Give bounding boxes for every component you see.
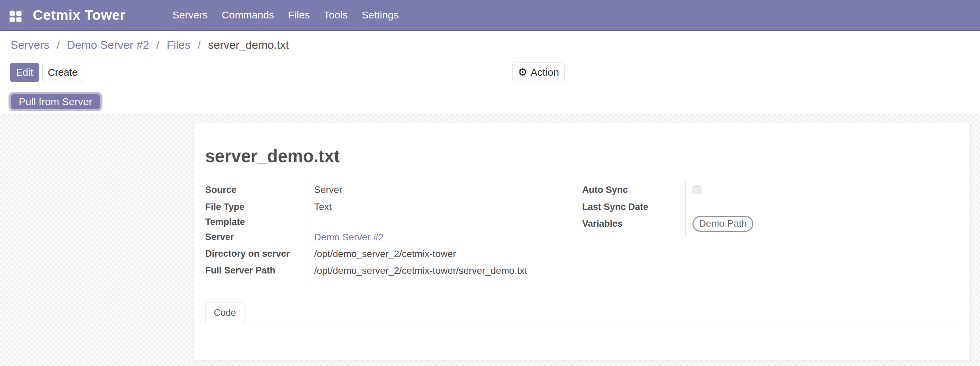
auto-sync-checkbox[interactable] bbox=[692, 185, 702, 194]
gear-icon: ⚙︎ bbox=[518, 67, 528, 78]
tab-code-label: Code bbox=[214, 308, 236, 318]
breadcrumb-link-demo-server[interactable]: Demo Server #2 bbox=[67, 38, 149, 51]
variable-tag-demo-path: Demo Path bbox=[692, 216, 753, 232]
menu-item-files[interactable]: Files bbox=[288, 9, 310, 21]
apps-grid-square bbox=[10, 11, 15, 16]
app-window: Cetmix Tower Servers Commands Files Tool… bbox=[0, 0, 980, 366]
create-button[interactable]: Create bbox=[42, 63, 83, 82]
app-brand[interactable]: Cetmix Tower bbox=[33, 0, 126, 30]
field-labels-column: Auto Sync Last Sync Date Variables bbox=[582, 181, 685, 237]
menu-item-settings[interactable]: Settings bbox=[362, 9, 398, 21]
field-label-variables: Variables bbox=[582, 218, 623, 229]
breadcrumb-current: server_demo.txt bbox=[208, 38, 289, 51]
field-value-directory-on-server: /opt/demo_server_2/cetmix-tower bbox=[314, 248, 456, 259]
control-panel: Servers / Demo Server #2 / Files / serve… bbox=[0, 31, 980, 90]
field-value-file-type: Text bbox=[314, 201, 332, 212]
field-value-source: Server bbox=[314, 185, 342, 195]
breadcrumb-link-servers[interactable]: Servers bbox=[11, 38, 49, 51]
breadcrumb: Servers / Demo Server #2 / Files / serve… bbox=[11, 38, 289, 52]
field-value-full-server-path: /opt/demo_server_2/cetmix-tower/server_d… bbox=[314, 265, 527, 276]
breadcrumb-separator: / bbox=[198, 38, 201, 51]
menu-item-servers[interactable]: Servers bbox=[172, 9, 208, 21]
field-values-column: Server Text Demo Server #2 /opt/demo_ser… bbox=[307, 181, 571, 284]
notebook-tabbar: Code bbox=[205, 302, 960, 323]
field-value-server-link[interactable]: Demo Server #2 bbox=[314, 232, 384, 243]
field-group-left: Source File Type Template Server Directo… bbox=[205, 181, 571, 284]
apps-grid-square bbox=[16, 11, 22, 16]
field-label-last-sync-date: Last Sync Date bbox=[582, 201, 648, 212]
breadcrumb-separator: / bbox=[156, 38, 159, 51]
tab-code[interactable]: Code bbox=[205, 302, 245, 323]
field-label-template: Template bbox=[205, 216, 245, 228]
top-navbar: Cetmix Tower Servers Commands Files Tool… bbox=[0, 0, 980, 31]
field-label-directory-on-server: Directory on server bbox=[205, 248, 290, 259]
content-area: server_demo.txt Source File Type Templat… bbox=[0, 113, 980, 366]
main-menu: Servers Commands Files Tools Settings bbox=[172, 0, 399, 30]
apps-grid-square bbox=[10, 18, 15, 22]
apps-grid-icon[interactable] bbox=[10, 11, 22, 22]
edit-button[interactable]: Edit bbox=[10, 63, 39, 82]
field-values-column: Demo Path bbox=[685, 181, 825, 237]
field-label-full-server-path: Full Server Path bbox=[205, 265, 275, 276]
breadcrumb-separator: / bbox=[57, 38, 60, 51]
pull-from-server-button[interactable]: Pull from Server bbox=[11, 94, 100, 109]
button-box: Pull from Server bbox=[0, 90, 980, 113]
breadcrumb-link-files[interactable]: Files bbox=[167, 38, 191, 51]
action-button-label: Action bbox=[531, 67, 559, 78]
field-labels-column: Source File Type Template Server Directo… bbox=[205, 181, 307, 284]
field-label-auto-sync: Auto Sync bbox=[582, 185, 628, 195]
menu-item-tools[interactable]: Tools bbox=[324, 9, 348, 21]
field-label-source: Source bbox=[205, 185, 237, 195]
form-sheet: server_demo.txt Source File Type Templat… bbox=[194, 123, 971, 361]
menu-item-commands[interactable]: Commands bbox=[222, 9, 274, 21]
record-title: server_demo.txt bbox=[205, 146, 340, 167]
field-group-right: Auto Sync Last Sync Date Variables Demo … bbox=[582, 181, 825, 237]
field-label-file-type: File Type bbox=[205, 201, 245, 212]
apps-grid-square bbox=[16, 18, 22, 22]
field-label-server: Server bbox=[205, 231, 234, 242]
action-button[interactable]: ⚙︎ Action bbox=[512, 62, 565, 82]
